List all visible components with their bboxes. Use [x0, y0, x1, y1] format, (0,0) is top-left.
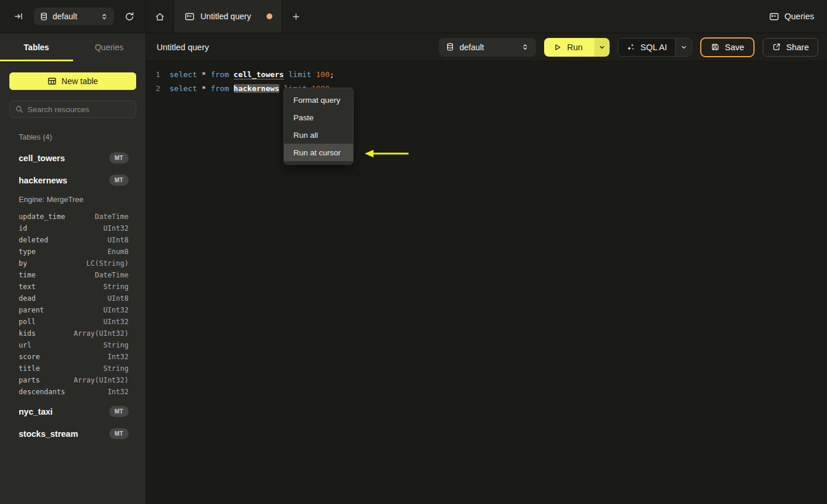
sparkles-icon: [627, 43, 635, 51]
unsaved-changes-dot: [267, 13, 272, 19]
table-row-nyc-taxi[interactable]: nyc_taxi MT: [19, 406, 136, 417]
column-row: byLC(String): [19, 258, 129, 269]
query-database-selector[interactable]: default: [439, 38, 536, 57]
new-table-button[interactable]: New table: [9, 72, 136, 90]
column-name: id: [19, 224, 27, 232]
save-label: Save: [725, 43, 744, 52]
run-label: Run: [567, 43, 583, 52]
topbar-right: Queries: [769, 0, 827, 33]
column-name: type: [19, 248, 36, 256]
column-name: parts: [19, 376, 40, 384]
home-tab-button[interactable]: [146, 0, 174, 33]
tab-untitled-query[interactable]: Untitled query: [174, 0, 282, 33]
chevron-down-icon: [680, 44, 687, 51]
menu-item-run-at-cursor[interactable]: Run at cursor: [284, 144, 353, 161]
table-row-hackernews[interactable]: hackernews MT: [19, 175, 136, 186]
column-row: deletedUInt8: [19, 234, 129, 246]
run-button[interactable]: Run: [544, 38, 594, 57]
save-icon: [711, 43, 719, 51]
database-selector[interactable]: default: [34, 8, 114, 25]
column-row: pollUInt32: [19, 316, 129, 328]
refresh-button[interactable]: [121, 8, 137, 25]
table-name: nyc_taxi: [19, 407, 53, 416]
sidebar-body: New table Tables (4) cell_towers MT hack…: [0, 61, 146, 504]
sql-editor[interactable]: 1 select * from cell_towers limit 100; 2…: [146, 61, 827, 96]
sql-keyword: from: [210, 84, 229, 93]
column-type: Array(UInt32): [74, 376, 129, 384]
chevron-updown-icon: [101, 12, 108, 21]
column-name: by: [19, 259, 27, 267]
menu-item-format-query[interactable]: Format query: [284, 91, 353, 109]
line-number: 1: [146, 68, 160, 82]
column-row: parentUInt32: [19, 304, 129, 316]
save-button[interactable]: Save: [700, 37, 755, 57]
column-type: String: [103, 341, 129, 349]
hackernews-columns: update_timeDateTime idUInt32 deletedUInt…: [19, 211, 129, 398]
engine-badge: MT: [109, 406, 129, 417]
line-number: 2: [146, 82, 160, 96]
column-type: UInt8: [108, 294, 129, 303]
engine-badge: MT: [109, 152, 129, 164]
sql-ai-button[interactable]: SQL AI: [618, 39, 675, 56]
column-type: UInt32: [103, 318, 129, 326]
sql-keyword: limit: [289, 70, 312, 79]
database-icon: [446, 43, 454, 51]
sql-keyword: select: [169, 70, 197, 79]
sidebar-tab-tables[interactable]: Tables: [0, 33, 73, 61]
sql-ai-options-button[interactable]: [675, 39, 691, 56]
terminal-icon: [769, 12, 779, 22]
sidebar-tabs: Tables Queries: [0, 33, 146, 61]
search-icon: [15, 105, 23, 113]
menu-item-paste[interactable]: Paste: [284, 109, 353, 126]
column-name: poll: [19, 318, 36, 326]
sql-keyword: select: [169, 84, 197, 93]
collapse-sidebar-button[interactable]: [11, 8, 27, 25]
terminal-icon: [185, 12, 195, 22]
queries-panel-button[interactable]: Queries: [769, 12, 814, 22]
search-resources-input[interactable]: [27, 105, 130, 114]
menu-item-run-all[interactable]: Run all: [284, 126, 353, 144]
column-type: UInt32: [103, 224, 129, 232]
sql-table-ref[interactable]: cell_towers: [234, 70, 284, 79]
column-type: DateTime: [95, 271, 129, 279]
editor-header: Untitled query default Run: [146, 33, 827, 61]
table-row-stocks-stream[interactable]: stocks_stream MT: [19, 428, 136, 439]
column-row: titleString: [19, 363, 129, 374]
home-icon: [155, 12, 165, 22]
column-type: String: [103, 364, 129, 373]
column-type: Int32: [108, 353, 129, 361]
sql-semicolon: ;: [330, 70, 334, 79]
sql-star: *: [202, 84, 206, 93]
column-row: scoreInt32: [19, 351, 129, 363]
column-row: update_timeDateTime: [19, 211, 129, 223]
new-tab-button[interactable]: [282, 0, 310, 33]
tab-strip: Untitled query: [146, 0, 769, 33]
share-icon: [772, 43, 781, 51]
run-options-button[interactable]: [594, 38, 610, 57]
column-row: deadUInt8: [19, 293, 129, 304]
run-split-button: Run: [544, 38, 610, 57]
column-name: kids: [19, 329, 36, 338]
sql-console-app: default Untitled query: [0, 0, 827, 504]
column-type: UInt32: [103, 306, 129, 314]
code-line-2: 2 select * from hackernews limit 1000: [146, 82, 827, 96]
sql-table-ref-selected[interactable]: hackernews: [234, 84, 279, 93]
column-name: deleted: [19, 236, 49, 244]
search-resources-box: [9, 100, 136, 118]
engine-badge: MT: [109, 175, 129, 186]
column-type: DateTime: [95, 213, 129, 221]
table-row-cell-towers[interactable]: cell_towers MT: [19, 152, 136, 164]
column-name: time: [19, 271, 36, 279]
plus-icon: [292, 12, 300, 21]
chevron-updown-icon: [521, 43, 529, 51]
sidebar-tab-queries[interactable]: Queries: [73, 33, 146, 61]
sql-keyword: from: [210, 70, 229, 79]
tables-section-header: Tables (4): [19, 133, 136, 141]
column-type: Enum8: [108, 248, 129, 256]
column-row: idUInt32: [19, 223, 129, 234]
topbar-left: default: [0, 0, 146, 33]
active-tab-underline: [0, 60, 73, 61]
collapse-sidebar-icon: [14, 12, 23, 21]
share-button[interactable]: Share: [763, 38, 818, 57]
query-title: Untitled query: [157, 43, 209, 52]
